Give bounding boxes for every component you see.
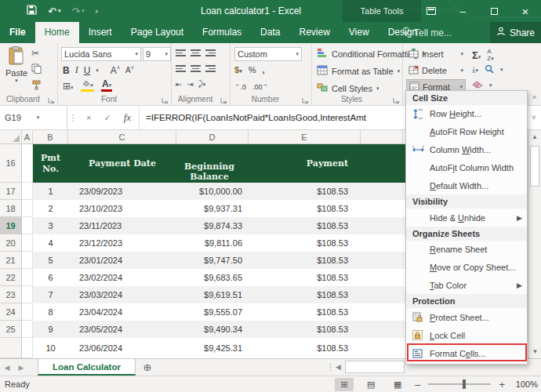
cell-A24[interactable] <box>22 303 33 321</box>
cell[interactable]: 23/05/2024 <box>68 321 176 338</box>
comma-style-button[interactable]: , <box>262 65 264 74</box>
hscroll-left-icon[interactable]: ◀ <box>336 358 341 376</box>
cancel-icon[interactable]: × <box>86 113 91 122</box>
cell[interactable]: $10,000.00 <box>176 183 249 200</box>
cell-A18[interactable] <box>22 200 33 217</box>
delete-cells-button[interactable]: Delete▾ <box>406 63 466 78</box>
cell[interactable]: 9 <box>33 321 68 338</box>
cell-A19[interactable] <box>22 217 33 234</box>
cell[interactable]: $108.53 <box>249 252 361 269</box>
cell[interactable]: 23/10/2023 <box>68 200 176 217</box>
zoom-out-button[interactable]: – <box>415 379 420 390</box>
cell[interactable]: $9,425.31 <box>176 338 249 358</box>
cell[interactable]: 23/04/2024 <box>68 303 176 321</box>
cell[interactable]: $9,747.50 <box>176 252 249 269</box>
page-break-view-button[interactable]: ▦ <box>388 378 407 391</box>
share-button[interactable]: Share <box>490 22 541 43</box>
cell[interactable]: $108.53 <box>249 234 361 252</box>
row-header-16[interactable]: 16 <box>0 144 22 183</box>
cell-A21[interactable] <box>22 252 33 269</box>
cell[interactable]: 4 <box>33 234 68 252</box>
format-painter-button[interactable] <box>31 80 42 92</box>
cell[interactable]: $9,683.65 <box>176 269 249 286</box>
row-header-17[interactable]: 17 <box>0 183 22 200</box>
row-header-18[interactable]: 18 <box>0 200 22 217</box>
accounting-format-button[interactable]: $▾ <box>234 65 242 74</box>
prev-sheet-icon[interactable]: ◀ <box>0 359 14 376</box>
cell[interactable]: $108.53 <box>249 321 361 338</box>
clipboard-dialog-launcher[interactable] <box>48 96 55 103</box>
cell-A25[interactable] <box>22 321 33 338</box>
cell-A17[interactable] <box>22 183 33 200</box>
tab-bar-splitter[interactable]: ⋮ <box>326 358 335 376</box>
row-header-25[interactable]: 25 <box>0 321 22 338</box>
top-align-button[interactable] <box>176 48 186 58</box>
grow-font-button[interactable]: A˄ <box>111 65 120 76</box>
cell[interactable]: 23/01/2024 <box>68 252 176 269</box>
tab-page-layout[interactable]: Page Layout <box>122 22 193 43</box>
row-header-20[interactable]: 20 <box>0 234 22 252</box>
cell[interactable]: $108.53 <box>249 217 361 234</box>
bold-button[interactable]: B <box>63 65 70 76</box>
column-header-C[interactable]: C <box>68 130 176 143</box>
font-size-combobox[interactable]: 9▾ <box>143 47 171 61</box>
cell[interactable]: 23/09/2023 <box>68 183 176 200</box>
autosum-button[interactable]: Σ▾ <box>472 49 481 61</box>
cell[interactable]: 3 <box>33 217 68 234</box>
underline-caret-icon[interactable]: ▾ <box>96 67 99 74</box>
collapse-ribbon-icon[interactable]: ^ <box>532 95 536 103</box>
find-select-button[interactable] <box>485 64 494 75</box>
zoom-slider-thumb[interactable] <box>463 379 466 389</box>
middle-align-button[interactable] <box>191 48 201 58</box>
borders-button[interactable]: ⊞▾ <box>63 81 74 92</box>
fill-color-button[interactable]: ▾ <box>81 80 95 92</box>
cell[interactable] <box>361 234 403 252</box>
vertical-scroll-thumb[interactable] <box>530 146 539 187</box>
percent-style-button[interactable]: % <box>249 65 256 74</box>
tab-file[interactable]: File <box>0 22 35 43</box>
cell[interactable]: 5 <box>33 252 68 269</box>
align-left-button[interactable] <box>176 64 186 74</box>
insert-cells-button[interactable]: Insert▾ <box>406 46 466 61</box>
column-header-D[interactable]: D <box>176 130 249 143</box>
sort-filter-button[interactable]: AZ▾ <box>487 48 493 62</box>
cell[interactable]: $108.53 <box>249 200 361 217</box>
cell[interactable]: 23/12/2023 <box>68 234 176 252</box>
enter-check-icon[interactable]: ✓ <box>103 113 111 123</box>
name-box-caret-icon[interactable]: ▾ <box>37 114 40 121</box>
decrease-indent-button[interactable]: ⇤ <box>176 80 182 89</box>
paste-button[interactable]: Paste ▾ <box>5 46 28 92</box>
page-layout-view-button[interactable]: ▤ <box>361 378 380 391</box>
tab-view[interactable]: View <box>339 22 379 43</box>
cell[interactable]: $9,555.07 <box>176 303 249 321</box>
cell[interactable] <box>361 321 403 338</box>
ribbon-display-options-button[interactable] <box>416 0 447 22</box>
font-family-combobox[interactable]: Lucida Sans▾ <box>61 47 141 61</box>
menu-item-column-width[interactable]: Column Width... <box>406 141 527 159</box>
row-header-24[interactable]: 24 <box>0 303 22 321</box>
number-format-combobox[interactable]: Custom▾ <box>234 47 302 61</box>
sheet-tab-loan-calculator[interactable]: Loan Calculator <box>38 359 136 376</box>
cell-A23[interactable] <box>22 286 33 303</box>
row-header-[interactable] <box>0 338 22 358</box>
cell[interactable]: 8 <box>33 303 68 321</box>
paste-caret-icon[interactable]: ▾ <box>15 78 18 84</box>
close-button[interactable]: × <box>510 0 541 22</box>
expand-formula-bar-icon[interactable]: ˅ <box>527 106 541 129</box>
font-dialog-launcher[interactable] <box>162 96 169 103</box>
menu-item-lock-cell[interactable]: Lock Cell <box>406 326 527 344</box>
minimize-button[interactable]: – <box>447 0 478 22</box>
column-header-A[interactable]: A <box>22 130 33 143</box>
cell[interactable]: 23/06/2024 <box>68 338 176 358</box>
menu-item-autofit-column-width[interactable]: AutoFit Column Width <box>406 158 527 176</box>
align-right-button[interactable] <box>205 64 216 74</box>
cell-A20[interactable] <box>22 234 33 252</box>
row-header-23[interactable]: 23 <box>0 286 22 303</box>
cell[interactable]: $108.53 <box>249 269 361 286</box>
center-button[interactable] <box>191 64 201 74</box>
cell[interactable]: $108.53 <box>249 286 361 303</box>
tell-me-box[interactable]: Tell me... <box>402 22 452 43</box>
insert-function-button[interactable]: fx <box>124 111 131 124</box>
column-header-E[interactable]: E <box>249 130 361 143</box>
scroll-down-icon[interactable]: ▼ <box>528 345 541 358</box>
